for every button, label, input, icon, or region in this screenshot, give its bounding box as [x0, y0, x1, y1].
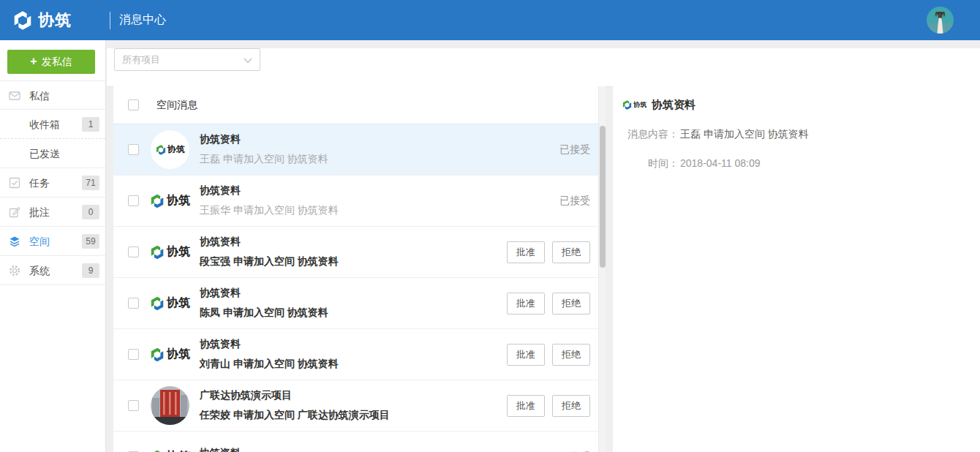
message-subtitle: 段宝强 申请加入空间 协筑资料: [200, 255, 507, 268]
approve-button[interactable]: 批准: [507, 344, 545, 366]
sidebar-item-label: 空间: [29, 236, 50, 247]
building-photo: [151, 386, 189, 425]
project-filter-value: 所有项目: [115, 49, 260, 70]
compose-message-button[interactable]: +发私信: [7, 50, 95, 74]
annotate-icon: [9, 206, 20, 218]
message-list-panel: 空间消息 协筑 协筑资料 王磊 申请加入空间 协筑资料 已接受: [113, 86, 606, 452]
task-icon: [9, 177, 20, 189]
message-title: 协筑资料: [200, 287, 507, 300]
sidebar-item-annotations[interactable]: 批注 0: [0, 197, 105, 227]
message-subtitle: 王振华 申请加入空间 协筑资料: [200, 204, 559, 217]
row-checkbox[interactable]: [128, 195, 139, 206]
brand-name: 协筑: [38, 10, 72, 31]
space-avatar: 协筑: [150, 437, 189, 452]
sidebar-item-label: 已发送: [29, 148, 60, 159]
detail-time-label: 时间：: [622, 157, 679, 170]
message-row[interactable]: 广联达协筑演示项目 任荣姣 申请加入空间 广联达协筑演示项目 批准 拒绝: [113, 380, 606, 432]
approve-button[interactable]: 批准: [507, 293, 545, 314]
brand-hexagon-icon: [155, 144, 167, 156]
app-logo: 协筑: [12, 10, 72, 31]
status-label: 已接受: [559, 143, 590, 157]
reject-button[interactable]: 拒绝: [552, 241, 590, 263]
row-checkbox[interactable]: [128, 298, 139, 309]
message-row[interactable]: 协筑 协筑资料 王振华 申请加入空间 协筑资料 已接受: [113, 176, 606, 227]
brand-hexagon-icon: [149, 347, 165, 363]
avatar-photo: [927, 7, 954, 34]
reject-button[interactable]: 拒绝: [552, 344, 590, 366]
reject-button[interactable]: 拒绝: [552, 293, 590, 314]
sidebar-item-label: 系统: [29, 265, 50, 276]
sidebar-item-private-message[interactable]: 私信: [0, 80, 105, 110]
project-filter-dropdown[interactable]: 所有项目: [114, 48, 260, 71]
space-avatar: [150, 386, 189, 426]
filter-bar: 所有项目: [107, 48, 980, 87]
chevron-down-icon: [244, 58, 252, 64]
message-title: 协筑资料: [200, 133, 559, 146]
list-header-label: 空间消息: [157, 99, 197, 112]
brand-hexagon-icon: [149, 449, 165, 452]
row-checkbox[interactable]: [128, 349, 139, 360]
message-title: 协筑资料: [200, 184, 559, 197]
main-area: 所有项目 空间消息 协筑 协筑资料 王磊 申请加入空间 协筑资料: [107, 40, 980, 452]
space-logo: 协筑: [622, 99, 647, 110]
inbox-count-badge: 1: [82, 117, 99, 132]
message-row[interactable]: 协筑 协筑资料 段宝强 申请加入空间 协筑资料 批准 拒绝: [113, 227, 606, 278]
list-header: 空间消息: [113, 86, 606, 124]
brand-hexagon-icon: [149, 295, 165, 312]
sidebar-item-label: 收件箱: [29, 118, 60, 130]
system-count-badge: 9: [82, 263, 99, 278]
sidebar-item-system[interactable]: 系统 9: [0, 256, 105, 285]
row-checkbox[interactable]: [128, 400, 139, 411]
sidebar-item-label: 任务: [29, 177, 50, 189]
sidebar-item-label: 批注: [29, 206, 50, 218]
user-avatar[interactable]: [927, 7, 954, 34]
sidebar-menu: 私信 收件箱 1 已发送 任务 71 批注 0 空间 59 系统 9: [0, 80, 105, 285]
spaces-count-badge: 59: [82, 234, 99, 249]
space-avatar: 协筑: [150, 130, 189, 170]
message-detail-panel: 协筑 协筑资料 消息内容：王磊 申请加入空间 协筑资料 时间：2018-04-1…: [613, 86, 980, 452]
gear-icon: [9, 265, 20, 276]
status-label: 已接受: [559, 195, 590, 208]
detail-content: 王磊 申请加入空间 协筑资料: [680, 128, 809, 140]
detail-content-label: 消息内容：: [622, 128, 679, 141]
message-title: 协筑资料: [200, 338, 507, 351]
brand-hexagon-icon: [149, 193, 165, 209]
sidebar-item-sent[interactable]: 已发送: [0, 139, 105, 168]
message-subtitle: 王磊 申请加入空间 协筑资料: [200, 153, 559, 166]
sidebar-item-spaces[interactable]: 空间 59: [0, 227, 105, 256]
select-all-checkbox[interactable]: [128, 99, 139, 110]
reject-button[interactable]: 拒绝: [552, 395, 590, 417]
approve-button[interactable]: 批准: [507, 395, 545, 417]
brand-hexagon-icon: [149, 244, 165, 260]
space-avatar: 协筑: [150, 181, 189, 221]
scrollbar-thumb[interactable]: [600, 126, 606, 268]
message-row[interactable]: 协筑 协筑资料 已接受: [113, 432, 606, 452]
tasks-count-badge: 71: [82, 176, 99, 190]
sidebar-item-tasks[interactable]: 任务 71: [0, 168, 105, 197]
space-avatar: 协筑: [150, 233, 189, 272]
detail-time: 2018-04-11 08:09: [680, 157, 761, 169]
content-area: 空间消息 协筑 协筑资料 王磊 申请加入空间 协筑资料 已接受: [113, 86, 980, 452]
message-title: 协筑资料: [200, 236, 507, 249]
sidebar-item-label: 私信: [29, 90, 50, 102]
layers-icon: [9, 236, 20, 247]
space-avatar: 协筑: [150, 335, 189, 374]
message-row[interactable]: 协筑 协筑资料 刘青山 申请加入空间 协筑资料 批准 拒绝: [113, 329, 606, 380]
mail-icon: [9, 90, 20, 102]
page-title: 消息中心: [119, 12, 166, 28]
message-title: 广联达协筑演示项目: [200, 389, 507, 402]
message-row[interactable]: 协筑 协筑资料 陈凤 申请加入空间 协筑资料 批准 拒绝: [113, 278, 606, 329]
header-divider: [110, 12, 110, 29]
row-checkbox[interactable]: [128, 144, 139, 155]
detail-title: 协筑资料: [652, 98, 696, 112]
row-checkbox[interactable]: [128, 246, 139, 257]
brand-hexagon-icon: [12, 10, 34, 31]
message-subtitle: 任荣姣 申请加入空间 广联达协筑演示项目: [200, 409, 507, 422]
message-row[interactable]: 协筑 协筑资料 王磊 申请加入空间 协筑资料 已接受: [113, 124, 606, 176]
message-subtitle: 陈凤 申请加入空间 协筑资料: [200, 306, 507, 320]
list-scrollbar[interactable]: [598, 86, 606, 452]
plus-icon: +: [30, 55, 37, 67]
approve-button[interactable]: 批准: [507, 241, 545, 263]
sidebar-item-inbox[interactable]: 收件箱 1: [0, 110, 105, 139]
brand-hexagon-icon: [622, 99, 633, 110]
